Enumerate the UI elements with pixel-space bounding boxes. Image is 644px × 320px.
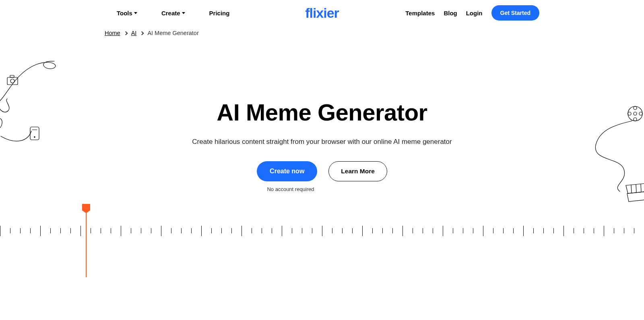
nav-tools-label: Tools: [117, 10, 132, 17]
page-title: AI Meme Generator: [0, 99, 644, 126]
svg-rect-0: [7, 77, 18, 85]
learn-more-button[interactable]: Learn More: [328, 161, 387, 181]
caret-down-icon: [182, 12, 185, 14]
playhead-marker-icon: [82, 204, 90, 210]
site-header: Tools Create Pricing flixier Templates B…: [0, 0, 644, 26]
nav-login[interactable]: Login: [466, 10, 483, 17]
nav-create[interactable]: Create: [161, 10, 185, 17]
breadcrumb-home[interactable]: Home: [105, 30, 120, 36]
nav-left: Tools Create Pricing: [117, 10, 229, 17]
breadcrumb-current: AI Meme Generator: [147, 30, 198, 36]
playhead-line: [86, 213, 87, 277]
nav-right: Templates Blog Login Get Started: [405, 5, 539, 21]
breadcrumb: Home AI AI Meme Generator: [0, 26, 644, 36]
hero-section: AI Meme Generator Create hilarious conte…: [0, 99, 644, 192]
chevron-right-icon: [140, 31, 144, 35]
breadcrumb-ai[interactable]: AI: [131, 30, 137, 36]
create-now-button[interactable]: Create now: [257, 161, 317, 181]
nav-tools[interactable]: Tools: [117, 10, 137, 17]
hero-note: No account required: [0, 186, 613, 192]
page-subtitle: Create hilarious content straight from y…: [0, 138, 644, 146]
get-started-button[interactable]: Get Started: [491, 5, 539, 21]
nav-templates[interactable]: Templates: [405, 10, 435, 17]
caret-down-icon: [134, 12, 137, 14]
nav-create-label: Create: [161, 10, 180, 17]
logo[interactable]: flixier: [305, 5, 339, 21]
timeline: [0, 204, 644, 276]
nav-blog[interactable]: Blog: [444, 10, 457, 17]
nav-pricing[interactable]: Pricing: [209, 10, 230, 17]
chevron-right-icon: [124, 31, 128, 35]
timeline-ticks: [0, 226, 644, 236]
svg-rect-2: [10, 75, 14, 77]
svg-point-1: [10, 79, 14, 83]
nav-pricing-label: Pricing: [209, 10, 230, 17]
hero-buttons: Create now Learn More: [0, 161, 644, 181]
